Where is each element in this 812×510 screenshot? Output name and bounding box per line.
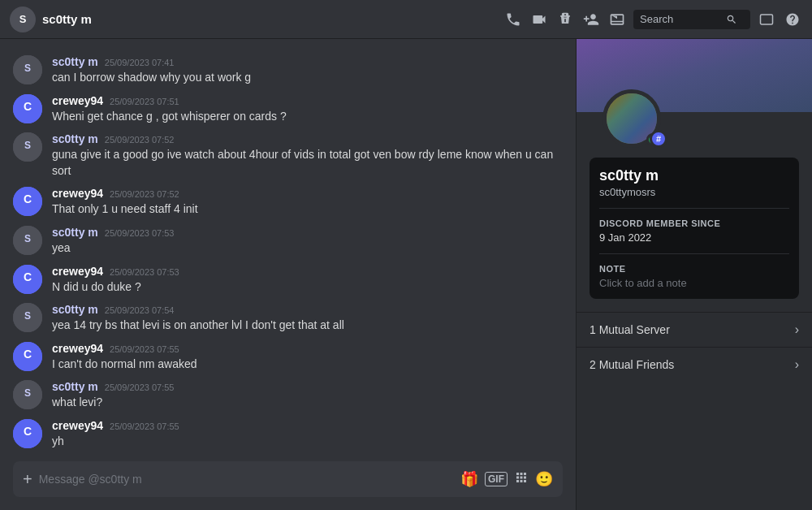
avatar: S [13, 226, 42, 255]
avatar: S [13, 132, 42, 162]
message-text: yea [52, 240, 563, 257]
phone-icon[interactable] [503, 10, 523, 29]
message-timestamp: 25/09/2023 07:55 [110, 344, 179, 354]
profile-avatar-row: # [590, 112, 799, 148]
svg-rect-0 [761, 15, 773, 24]
message-text: That only 1 u need staff 4 init [52, 201, 563, 218]
avatar: C [13, 187, 42, 216]
message-username: crewey94 [52, 342, 103, 355]
message-content: sc0tty m25/09/2023 07:41can I borrow sha… [52, 55, 563, 86]
message-username: sc0tty m [52, 303, 98, 316]
dm-avatar: S [10, 6, 36, 32]
message-text: what levi? [52, 395, 563, 411]
note-label: NOTE [599, 264, 789, 274]
svg-text:C: C [24, 348, 32, 361]
message-timestamp: 25/09/2023 07:53 [110, 267, 179, 277]
message-header: sc0tty m25/09/2023 07:41 [52, 55, 563, 68]
svg-text:S: S [24, 140, 31, 151]
profile-panel: # sc0tty m sc0ttymosrs DISCORD MEMBER SI… [577, 39, 812, 510]
message-timestamp: 25/09/2023 07:55 [110, 421, 179, 431]
message-timestamp: 25/09/2023 07:53 [105, 228, 175, 238]
svg-text:C: C [24, 192, 32, 205]
gif-icon[interactable]: GIF [485, 472, 508, 486]
message-timestamp: 25/09/2023 07:41 [105, 58, 175, 67]
search-bar[interactable] [633, 10, 750, 29]
avatar: S [13, 55, 42, 84]
chat-area: Ssc0tty m25/09/2023 07:41can I borrow sh… [0, 39, 576, 510]
page-title: sc0tty m [42, 12, 92, 26]
message-text: guna give it a good go ive watch about 4… [52, 147, 563, 179]
message-username: sc0tty m [52, 132, 98, 145]
member-since-label: DISCORD MEMBER SINCE [599, 218, 789, 228]
mutual-server-label: 1 Mutual Server [590, 323, 670, 336]
message-timestamp: 25/09/2023 07:55 [105, 382, 175, 392]
message-content: crewey9425/09/2023 07:55yh [52, 419, 563, 450]
video-icon[interactable] [529, 10, 549, 29]
message-username: crewey94 [52, 419, 103, 432]
message-username: crewey94 [52, 265, 103, 278]
message-group: Ssc0tty m25/09/2023 07:53yea [13, 223, 563, 260]
help-icon[interactable] [783, 10, 802, 29]
message-header: crewey9425/09/2023 07:51 [52, 94, 563, 107]
svg-text:C: C [24, 425, 32, 438]
chat-input-wrapper: + 🎁 GIF 🙂 [13, 461, 563, 497]
message-text: yh [52, 434, 563, 450]
main-area: Ssc0tty m25/09/2023 07:41can I borrow sh… [0, 39, 812, 510]
mutual-server-item[interactable]: 1 Mutual Server › [577, 312, 812, 347]
profile-name-card: sc0tty m sc0ttymosrs DISCORD MEMBER SINC… [590, 158, 799, 299]
message-group: Ssc0tty m25/09/2023 07:41can I borrow sh… [13, 52, 563, 89]
apps-icon[interactable] [514, 470, 529, 489]
message-group: Ccrewey9425/09/2023 07:53N did u do duke… [13, 261, 563, 299]
message-header: crewey9425/09/2023 07:55 [52, 342, 563, 355]
message-text: N did u do duke ? [52, 279, 563, 296]
message-header: sc0tty m25/09/2023 07:52 [52, 132, 563, 145]
messages-list: Ssc0tty m25/09/2023 07:41can I borrow sh… [0, 39, 576, 452]
message-username: crewey94 [52, 94, 103, 107]
dm-inbox-icon[interactable] [607, 10, 627, 29]
emoji-icon[interactable]: 🙂 [535, 470, 553, 488]
message-header: crewey9425/09/2023 07:52 [52, 187, 563, 200]
message-group: Ssc0tty m25/09/2023 07:52guna give it a … [13, 129, 563, 182]
avatar: C [13, 342, 42, 371]
svg-text:S: S [24, 387, 31, 399]
message-group: Ccrewey9425/09/2023 07:55yh [13, 416, 563, 452]
avatar: C [13, 94, 42, 123]
message-input[interactable] [39, 473, 454, 486]
message-timestamp: 25/09/2023 07:52 [110, 189, 179, 199]
topbar: S sc0tty m [0, 0, 812, 39]
message-content: sc0tty m25/09/2023 07:52guna give it a g… [52, 132, 563, 179]
message-header: crewey9425/09/2023 07:53 [52, 265, 563, 278]
message-username: crewey94 [52, 187, 103, 200]
add-attachment-icon[interactable]: + [23, 470, 32, 489]
search-input[interactable] [640, 13, 721, 25]
window-icon[interactable] [757, 10, 776, 29]
input-actions: 🎁 GIF 🙂 [460, 470, 553, 489]
pin-icon[interactable] [555, 10, 575, 29]
profile-username: sc0ttymosrs [599, 186, 789, 198]
note-input[interactable]: Click to add a note [599, 277, 789, 289]
message-header: sc0tty m25/09/2023 07:53 [52, 226, 563, 239]
profile-avatar-container: # [603, 89, 661, 148]
mutual-friends-label: 2 Mutual Friends [590, 358, 674, 371]
gift-icon[interactable]: 🎁 [460, 470, 478, 488]
message-group: Ssc0tty m25/09/2023 07:54yea 14 try bs t… [13, 300, 563, 337]
member-since-value: 9 Jan 2022 [599, 231, 789, 244]
message-header: sc0tty m25/09/2023 07:55 [52, 380, 563, 393]
profile-display-name: sc0tty m [599, 167, 789, 184]
message-header: crewey9425/09/2023 07:55 [52, 419, 563, 432]
message-group: Ccrewey9425/09/2023 07:51Wheni get chanc… [13, 91, 563, 128]
message-content: crewey9425/09/2023 07:53N did u do duke … [52, 265, 563, 296]
add-friend-icon[interactable] [581, 10, 601, 29]
message-timestamp: 25/09/2023 07:54 [105, 305, 175, 315]
avatar: C [13, 265, 42, 294]
profile-info-area: # sc0tty m sc0ttymosrs DISCORD MEMBER SI… [577, 112, 812, 312]
mutual-friends-item[interactable]: 2 Mutual Friends › [577, 347, 812, 382]
message-group: Ccrewey9425/09/2023 07:52That only 1 u n… [13, 184, 563, 221]
message-content: crewey9425/09/2023 07:55I can't do norma… [52, 342, 563, 373]
profile-divider-1 [599, 208, 789, 209]
message-content: crewey9425/09/2023 07:52That only 1 u ne… [52, 187, 563, 218]
message-timestamp: 25/09/2023 07:52 [105, 135, 175, 145]
message-username: sc0tty m [52, 380, 98, 393]
avatar: C [13, 419, 42, 448]
chevron-right-icon-2: › [795, 357, 799, 372]
